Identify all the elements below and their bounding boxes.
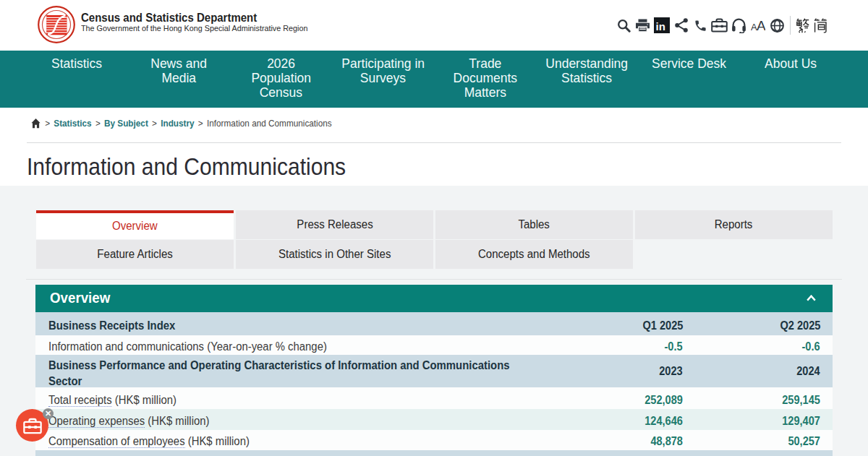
svg-text:in: in (656, 20, 665, 33)
svg-text:A: A (757, 19, 765, 32)
